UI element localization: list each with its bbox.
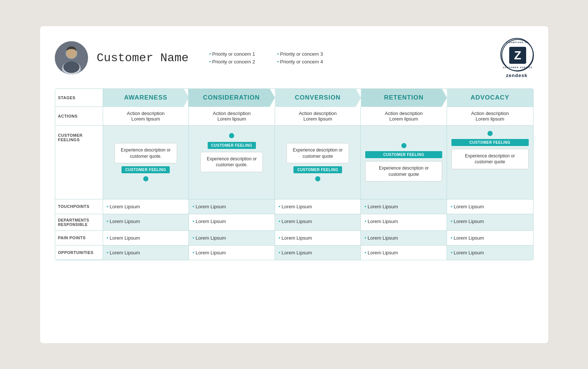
action-retention: Action description Lorem lipsum [361,107,447,126]
action-conversion: Action description Lorem lipsum [275,107,361,126]
stage-advocacy: ADVOCACY [447,89,533,107]
feeling-box-advocacy: Experience description or customer quote [451,149,529,170]
pain-conversion: • Lorem Lipsum [275,231,361,246]
priority-2: Priority or concern 2 [209,59,255,65]
pain-awareness: • Lorem Lipsum [103,231,189,246]
feeling-dot-consideration [229,133,234,138]
feeling-dot-retention [401,143,406,148]
opp-advocacy: • Lorem Lipsum [447,246,533,260]
stage-awareness: AWARENESS [103,89,189,107]
feeling-badge-advocacy: CUSTOMER FEELING [451,139,529,146]
touchpoint-consideration: • Lorem Lipsum [189,199,275,214]
opp-retention: • Lorem Lipsum [361,246,447,260]
priority-col-1: Priority or concern 1 Priority or concer… [209,51,255,65]
stages-label: STAGES [55,89,103,107]
departments-label: DEPARTMENTSRESPONSIBLE [55,214,103,231]
touchpoints-label: TOUCHPOINTS [55,199,103,214]
feeling-awareness: Experience description or customer quote… [103,126,189,199]
svg-text:CHAMPIONS OF: CHAMPIONS OF [506,41,529,43]
customer-name-text: Customer Name [97,51,189,65]
svg-point-6 [63,61,80,73]
feeling-badge-retention: CUSTOMER FEELING [365,151,442,158]
action-awareness: Action description Lorem lipsum [103,107,189,126]
feeling-consideration: CUSTOMER FEELING Experience description … [189,126,275,199]
stage-consideration: CONSIDERATION [188,89,275,107]
avatar [55,41,88,74]
actions-label: ACTIONS [55,107,103,126]
zendesk-badge: CHAMPIONS OF CUSTOMER SERVICE Z [500,38,534,71]
priority-3: Priority or concern 3 [277,51,323,57]
pain-consideration: • Lorem Lipsum [189,231,275,246]
feeling-box-conversion: Experience description or customer quote [286,143,349,164]
stage-retention: RETENTION [361,89,447,107]
feeling-conversion: Experience description or customer quote… [275,126,361,199]
opp-conversion: • Lorem Lipsum [275,246,361,260]
main-card: Customer Name Priority or concern 1 Prio… [40,26,548,343]
feeling-dot-advocacy [487,131,493,136]
opp-consideration: • Lorem Lipsum [189,246,275,260]
opp-awareness: • Lorem Lipsum [103,246,189,260]
pain-points-label: PAIN POINTS [55,231,103,246]
dept-advocacy: • Lorem Lipsum [447,214,533,231]
touchpoint-retention: • Lorem Lipsum [361,199,447,214]
feeling-badge-conversion: CUSTOMER FEELING [293,166,342,173]
feeling-retention: CUSTOMER FEELING Experience description … [361,126,447,199]
priorities-section: Priority or concern 1 Priority or concer… [209,51,491,65]
pain-advocacy: • Lorem Lipsum [447,231,533,246]
dept-awareness: • Lorem Lipsum [103,214,189,231]
touchpoint-conversion: • Lorem Lipsum [275,199,361,214]
feeling-badge-consideration: CUSTOMER FEELING [208,142,256,149]
action-consideration: Action description Lorem lipsum [189,107,275,126]
dept-consideration: • Lorem Lipsum [189,214,275,231]
opportunities-label: OPPORTUNITIES [55,246,103,260]
svg-text:Z: Z [514,49,521,62]
touchpoint-awareness: • Lorem Lipsum [103,199,189,214]
feeling-dot-conversion [315,176,320,181]
feeling-dot-awareness [143,176,148,181]
action-advocacy: Action description Lorem lipsum [447,107,533,126]
feeling-box-awareness: Experience description or customer quote… [115,143,177,164]
zendesk-logo: CHAMPIONS OF CUSTOMER SERVICE Z zendesk [500,38,534,78]
pain-retention: • Lorem Lipsum [361,231,447,246]
feeling-advocacy: CUSTOMER FEELING Experience description … [447,126,533,199]
priority-col-2: Priority or concern 3 Priority or concer… [277,51,323,65]
header: Customer Name Priority or concern 1 Prio… [55,38,534,78]
touchpoint-advocacy: • Lorem Lipsum [447,199,533,214]
feeling-box-retention: Experience description or customer quote [365,161,442,182]
priority-1: Priority or concern 1 [209,51,255,57]
zendesk-name: zendesk [506,73,527,78]
feeling-badge-awareness: CUSTOMER FEELING [122,166,170,173]
dept-conversion: • Lorem Lipsum [275,214,361,231]
journey-map-grid: STAGES AWARENESS CONSIDERATION CONVERSIO… [55,88,534,260]
dept-retention: • Lorem Lipsum [361,214,447,231]
priority-4: Priority or concern 4 [277,59,323,65]
stage-conversion: CONVERSION [275,89,361,107]
svg-text:CUSTOMER SERVICE: CUSTOMER SERVICE [503,66,532,69]
feeling-box-consideration: Experience description or customer quote… [200,152,263,173]
feelings-label: CUSTOMERFEELINGS [55,126,103,199]
